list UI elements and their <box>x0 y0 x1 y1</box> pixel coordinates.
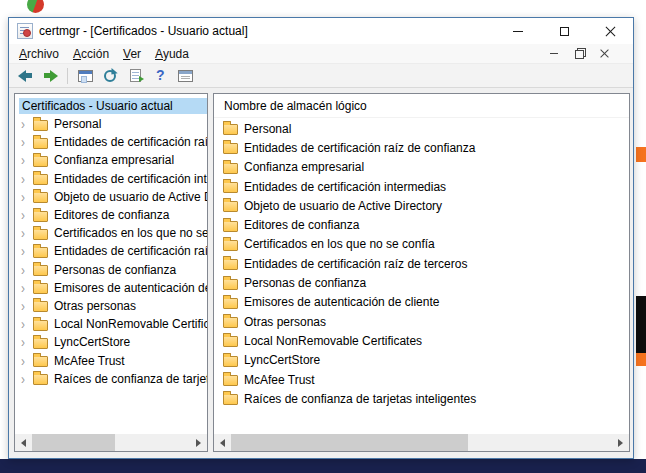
tree-scrollbar-thumb[interactable] <box>32 434 115 451</box>
chevron-right-icon[interactable] <box>21 245 33 259</box>
column-header-logical-store-name[interactable]: Nombre de almacén lógico <box>214 94 629 118</box>
tree-item[interactable]: Local NonRemovable Certificates <box>15 315 207 333</box>
list-item[interactable]: Emisores de autenticación de cliente <box>214 293 629 312</box>
list-scroll-left-button[interactable] <box>214 434 231 451</box>
help-button[interactable] <box>149 65 171 86</box>
tree-item[interactable]: Otras personas <box>15 297 207 315</box>
titlebar[interactable]: certmgr - [Certificados - Usuario actual… <box>9 18 633 44</box>
child-minimize-button[interactable] <box>543 45 565 61</box>
menu-item-archivo[interactable]: Archivo <box>12 45 66 63</box>
tree-item[interactable]: Entidades de certificación intermedias <box>15 170 207 188</box>
scroll-left-icon <box>220 439 225 447</box>
tree-item[interactable]: Certificados en los que no se confía <box>15 224 207 242</box>
column-header-label: Nombre de almacén lógico <box>224 99 367 113</box>
store-list: PersonalEntidades de certificación raíz … <box>214 119 629 434</box>
chevron-right-icon[interactable] <box>21 208 33 222</box>
list-item[interactable]: Personal <box>214 119 629 138</box>
chevron-right-icon[interactable] <box>21 117 33 131</box>
child-restore-icon <box>575 49 584 58</box>
list-item[interactable]: McAfee Trust <box>214 370 629 389</box>
tree-root-item[interactable]: Certificados - Usuario actual <box>15 96 207 115</box>
tree-item[interactable]: Raíces de confianza de tarjetas intelige… <box>15 370 207 388</box>
console-tree-pane: Certificados - Usuario actual PersonalEn… <box>14 93 208 452</box>
tree-item[interactable]: Entidades de certificación raíz de terce… <box>15 242 207 260</box>
refresh-icon <box>104 70 116 82</box>
list-scroll-right-button[interactable] <box>612 434 629 451</box>
close-button[interactable] <box>587 18 633 44</box>
minimize-icon <box>513 31 523 32</box>
list-item-label: Local NonRemovable Certificates <box>244 334 629 348</box>
chevron-right-icon[interactable] <box>21 299 33 313</box>
tree-item[interactable]: Objeto de usuario de Active Directory <box>15 188 207 206</box>
tree-item[interactable]: LyncCertStore <box>15 333 207 351</box>
child-restore-button[interactable] <box>568 45 590 61</box>
list-item[interactable]: Confianza empresarial <box>214 158 629 177</box>
forward-button[interactable] <box>39 65 61 86</box>
tree-item[interactable]: Entidades de certificación raíz de confi… <box>15 133 207 151</box>
background-fragment-orange-top <box>636 147 646 162</box>
console-tree: Certificados - Usuario actual PersonalEn… <box>15 96 207 434</box>
chevron-right-icon[interactable] <box>21 190 33 204</box>
back-button[interactable] <box>14 65 36 86</box>
export-list-button[interactable] <box>124 65 146 86</box>
list-item[interactable]: Objeto de usuario de Active Directory <box>214 196 629 215</box>
list-scrollbar-thumb[interactable] <box>231 434 468 451</box>
chevron-right-icon[interactable] <box>21 135 33 149</box>
list-item[interactable]: Certificados en los que no se confía <box>214 235 629 254</box>
folder-icon <box>33 320 48 331</box>
tree-item[interactable]: Emisores de autenticación de cliente <box>15 279 207 297</box>
tree-item[interactable]: Personas de confianza <box>15 261 207 279</box>
menu-item-ver[interactable]: Ver <box>116 45 148 63</box>
folder-icon <box>223 375 238 386</box>
chevron-right-icon[interactable] <box>21 354 33 368</box>
folder-icon <box>33 374 48 385</box>
folder-icon <box>33 338 48 349</box>
show-hide-tree-button[interactable] <box>74 65 96 86</box>
refresh-button[interactable] <box>99 65 121 86</box>
background-logo-icon <box>27 0 44 13</box>
tree-scroll-right-button[interactable] <box>190 434 207 451</box>
show-hide-tree-icon <box>78 70 93 82</box>
list-item-label: Personas de confianza <box>244 276 629 290</box>
list-item[interactable]: Entidades de certificación intermedias <box>214 177 629 196</box>
tree-scroll-left-button[interactable] <box>15 434 32 451</box>
console-window-button[interactable] <box>174 65 196 86</box>
child-close-button[interactable] <box>593 45 615 61</box>
tree-item-label: Editores de confianza <box>54 208 207 222</box>
chevron-right-icon[interactable] <box>21 263 33 277</box>
minimize-button[interactable] <box>495 18 541 44</box>
list-horizontal-scrollbar[interactable] <box>214 434 629 451</box>
chevron-right-icon[interactable] <box>21 317 33 331</box>
menu-item-ayuda[interactable]: Ayuda <box>148 45 196 63</box>
list-item[interactable]: Local NonRemovable Certificates <box>214 331 629 350</box>
chevron-right-icon[interactable] <box>21 154 33 168</box>
folder-icon <box>33 283 48 294</box>
tree-item-label: Certificados en los que no se confía <box>54 226 207 240</box>
list-item[interactable]: Personas de confianza <box>214 273 629 292</box>
list-item[interactable]: Otras personas <box>214 312 629 331</box>
tree-item[interactable]: Editores de confianza <box>15 206 207 224</box>
folder-icon <box>33 174 48 185</box>
list-item[interactable]: Entidades de certificación raíz de confi… <box>214 138 629 157</box>
console-window-icon <box>178 70 193 82</box>
chevron-right-icon[interactable] <box>21 226 33 240</box>
child-close-icon <box>600 49 609 58</box>
tree-item-label: Confianza empresarial <box>54 153 207 167</box>
list-item[interactable]: Entidades de certificación raíz de terce… <box>214 254 629 273</box>
chevron-right-icon[interactable] <box>21 172 33 186</box>
tree-item-label: Entidades de certificación raíz de terce… <box>54 244 207 258</box>
list-item[interactable]: Editores de confianza <box>214 215 629 234</box>
tree-item[interactable]: McAfee Trust <box>15 351 207 369</box>
chevron-right-icon[interactable] <box>21 281 33 295</box>
list-item[interactable]: Raíces de confianza de tarjetas intelige… <box>214 389 629 408</box>
scroll-left-icon <box>21 439 26 447</box>
list-item[interactable]: LyncCertStore <box>214 351 629 370</box>
chevron-right-icon[interactable] <box>21 335 33 349</box>
chevron-right-icon[interactable] <box>21 372 33 386</box>
tree-item[interactable]: Personal <box>15 115 207 133</box>
maximize-button[interactable] <box>541 18 587 44</box>
tree-horizontal-scrollbar[interactable] <box>15 434 207 451</box>
menu-item-accion[interactable]: Acción <box>66 45 116 63</box>
tree-item-label: Raíces de confianza de tarjetas intelige… <box>54 372 207 386</box>
tree-item[interactable]: Confianza empresarial <box>15 151 207 169</box>
